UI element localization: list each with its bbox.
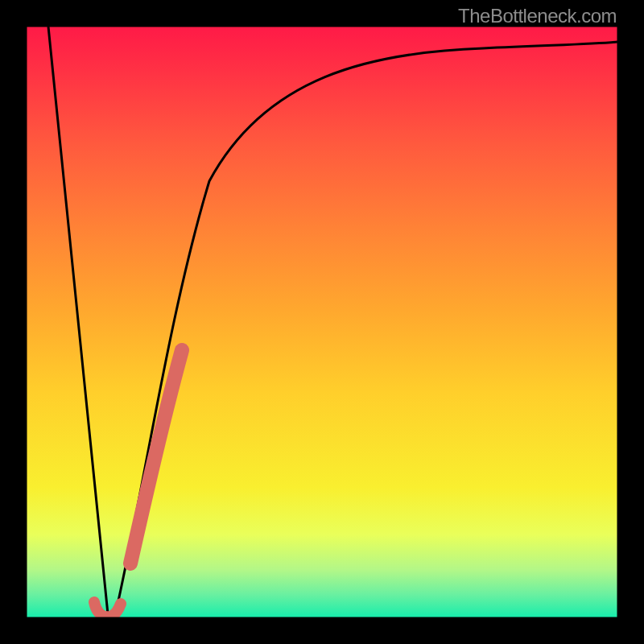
chart-svg [0, 0, 644, 644]
plot-border [0, 0, 644, 644]
highlighted-range-overlay [130, 350, 182, 564]
plot-border-inner [27, 27, 617, 617]
chart-frame: TheBottleneck.com [0, 0, 644, 644]
attribution-text: TheBottleneck.com [458, 5, 617, 27]
